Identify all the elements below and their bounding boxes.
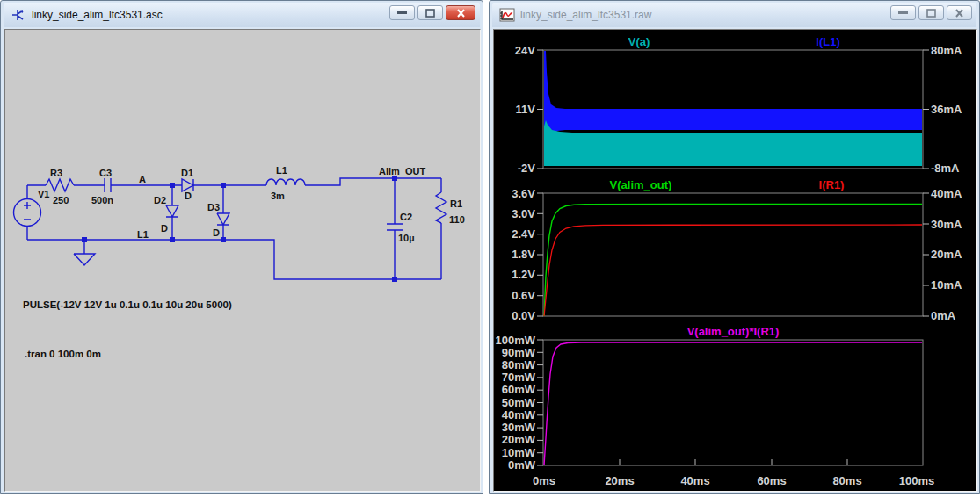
pane-3-ticks [537,340,847,465]
ltspice-schematic-icon [11,8,26,22]
ytick: 40mA [931,187,962,200]
waveform-canvas[interactable]: V(a) I(L1) 24V 11V -2V 80mA 36mA -8mA V(… [494,30,976,491]
trace-title-valim-out[interactable]: V(alim_out) [610,178,672,191]
plot-pane-2[interactable]: V(alim_out) I(R1) 3.6V 3.0V 2.4V 1.8V 1.… [512,178,962,322]
trace-title-va[interactable]: V(a) [628,35,650,48]
schematic-window-titlebar[interactable]: linky_side_alim_ltc3531.asc [4,3,480,27]
waveform-window-titlebar[interactable]: linky_side_alim_ltc3531.raw [492,3,976,27]
tran-directive-text[interactable]: .tran 0 100m 0m [25,349,101,359]
ytick: 30mA [931,218,962,231]
component-d1-diode[interactable] [182,179,193,191]
waveform-window-controls [890,5,972,20]
ytick: 3.0V [512,207,535,220]
ytick: 36mA [931,103,962,116]
waveform-window-title: linky_side_alim_ltc3531.raw [520,9,651,21]
ytick: 10mW [502,446,536,459]
pane-3-frame [543,340,923,465]
maximize-button[interactable] [417,5,443,20]
schematic-window: linky_side_alim_ltc3531.asc [0,0,483,494]
ytick: 20mA [931,248,962,261]
maximize-icon [425,9,435,18]
minimize-button[interactable] [890,5,916,20]
ytick: 80mA [931,44,962,57]
trace-title-ir1[interactable]: I(R1) [819,178,845,191]
x-axis-labels: 0ms 20ms 40ms 60ms 80ms 100ms [533,474,934,487]
waveform-file-icon [499,8,515,22]
schematic-window-title: linky_side_alim_ltc3531.asc [32,9,163,21]
ytick: 0mW [508,458,536,472]
minimize-icon [898,11,908,14]
schematic-client-area: V1 R3 250 C3 500n A D1 D D2 D D3 D L1 3m… [4,29,481,492]
xtick: 40ms [680,474,709,487]
ytick: -2V [518,162,536,175]
ytick: 70mW [502,371,536,384]
ytick: 0.6V [512,289,535,302]
ytick: 40mW [502,408,536,421]
component-r3-resistor[interactable] [46,179,74,191]
ytick: 1.2V [512,268,535,281]
xtick: 100ms [899,474,934,487]
label-d1: D1 [181,168,193,178]
label-d2: D2 [154,195,166,205]
label-d3: D3 [207,202,220,212]
waveform-window: linky_side_alim_ltc3531.raw V(a) I(L1) [489,0,980,494]
close-button[interactable] [947,5,972,20]
net-label-alim-out: Alim_OUT [379,166,425,176]
pane-2-frame [543,193,923,316]
wire-junctions [82,176,397,282]
value-r3: 250 [53,195,69,205]
ytick: 50mW [502,396,536,409]
ytick: 60mW [502,383,536,396]
value-d2: D [161,223,168,234]
value-c2: 10µ [398,233,415,243]
ground-symbol[interactable] [74,240,95,265]
maximize-icon [926,9,936,18]
xtick: 60ms [757,474,786,487]
ytick: 30mW [502,421,536,434]
ytick: 24V [515,44,535,57]
plot-pane-1[interactable]: V(a) I(L1) 24V 11V -2V 80mA 36mA -8mA [515,35,962,175]
xtick: 80ms [832,474,861,487]
trace-valim-out [544,205,922,317]
wire-top[interactable] [27,178,441,192]
value-r1: 110 [449,214,465,225]
component-d2-diode[interactable] [166,185,178,240]
pane-2-ticks [537,193,929,316]
component-r1-resistor[interactable] [436,192,446,279]
ytick: 0.0V [512,309,535,322]
schematic-canvas[interactable]: V1 R3 250 C3 500n A D1 D D2 D D3 D L1 3m… [5,30,480,491]
net-label-l1: L1 [137,229,149,240]
trace-title-il1[interactable]: I(L1) [816,35,839,48]
ytick: 11V [516,103,536,116]
label-r1: R1 [450,198,462,209]
label-v1: V1 [38,189,49,199]
component-v1-voltage-source[interactable] [14,185,41,240]
value-l1: 3m [271,191,285,201]
ytick: 80mW [502,358,536,371]
waveform-client-area: V(a) I(L1) 24V 11V -2V 80mA 36mA -8mA V(… [493,29,977,492]
ytick: 90mW [502,346,536,359]
trace-ir1 [544,225,922,316]
trace-power [544,342,922,465]
plot-pane-3[interactable]: V(alim_out)*I(R1) 100mW 90mW 80mW 70mW 6… [495,325,923,472]
minimize-button[interactable] [389,5,415,20]
minimize-icon [397,11,407,14]
schematic-window-controls [389,5,475,20]
trace-title-power[interactable]: V(alim_out)*I(R1) [687,325,780,338]
ytick: 0mA [931,309,956,322]
close-button[interactable] [446,5,475,20]
component-l1-inductor[interactable] [266,179,305,185]
xtick: 0ms [533,474,555,487]
pulse-directive-text[interactable]: PULSE(-12V 12V 1u 0.1u 0.1u 10u 20u 5000… [23,299,232,310]
label-r3: R3 [50,168,62,178]
component-c3-capacitor[interactable] [105,178,111,192]
ytick: 10mA [931,278,962,292]
label-l1: L1 [276,165,287,176]
component-c2-capacitor[interactable] [387,178,403,279]
maximize-button[interactable] [918,5,944,20]
net-label-a: A [139,174,146,184]
xtick: 20ms [605,474,634,487]
close-icon [456,9,466,18]
value-c3: 500n [91,195,113,205]
ytick: 100mW [495,334,535,347]
